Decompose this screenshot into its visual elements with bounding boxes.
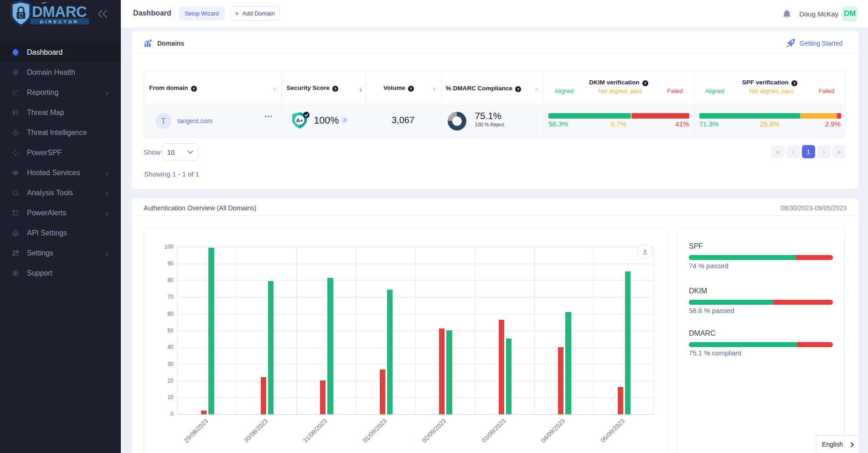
svg-text:DMARC: DMARC (32, 3, 87, 20)
svg-text:DIRECTOR: DIRECTOR (40, 19, 79, 24)
svg-text:A+: A+ (296, 118, 303, 123)
